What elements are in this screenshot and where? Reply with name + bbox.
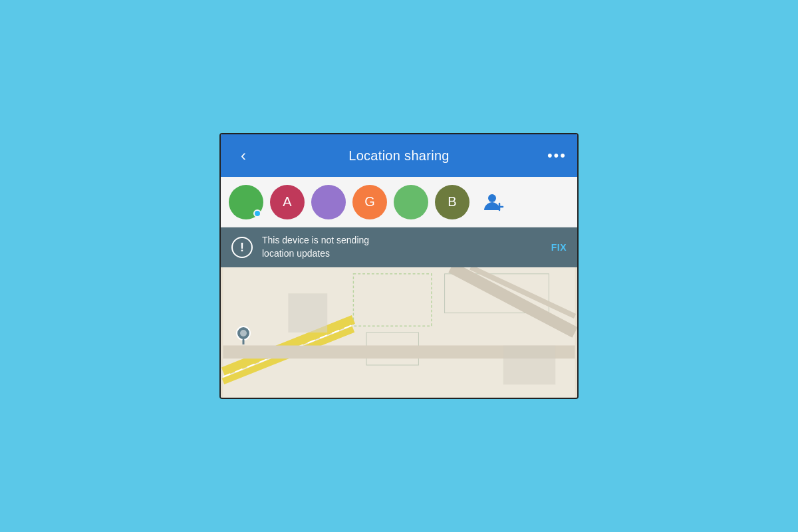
map-pin — [235, 326, 251, 348]
warning-bar: ! This device is not sending location up… — [221, 227, 577, 267]
location-dot — [253, 209, 261, 217]
avatar-a[interactable]: A — [270, 185, 305, 219]
avatar-self[interactable] — [229, 185, 263, 219]
phone-frame: ‹ Location sharing ••• A G B — [219, 133, 579, 399]
avatar-purple[interactable] — [311, 185, 346, 219]
svg-point-0 — [488, 194, 496, 202]
map-area[interactable] — [221, 267, 577, 398]
add-contact-button[interactable] — [476, 185, 511, 219]
back-button[interactable]: ‹ — [231, 146, 255, 165]
page-title: Location sharing — [255, 148, 543, 164]
svg-rect-9 — [503, 346, 555, 385]
contacts-bar: A G B — [221, 177, 577, 227]
avatar-green2[interactable] — [394, 185, 428, 219]
svg-point-11 — [240, 330, 247, 336]
avatar-label-g: G — [364, 194, 375, 209]
avatar-label-b: B — [448, 194, 456, 209]
warning-icon: ! — [231, 237, 253, 258]
avatar-label-a: A — [283, 194, 291, 209]
fix-button[interactable]: FIX — [551, 242, 567, 253]
avatar-g[interactable]: G — [352, 185, 387, 219]
header: ‹ Location sharing ••• — [221, 134, 577, 177]
warning-text: This device is not sending location upda… — [262, 234, 545, 260]
more-options-button[interactable]: ••• — [543, 147, 567, 164]
svg-rect-8 — [288, 293, 327, 332]
avatar-b[interactable]: B — [435, 185, 469, 219]
